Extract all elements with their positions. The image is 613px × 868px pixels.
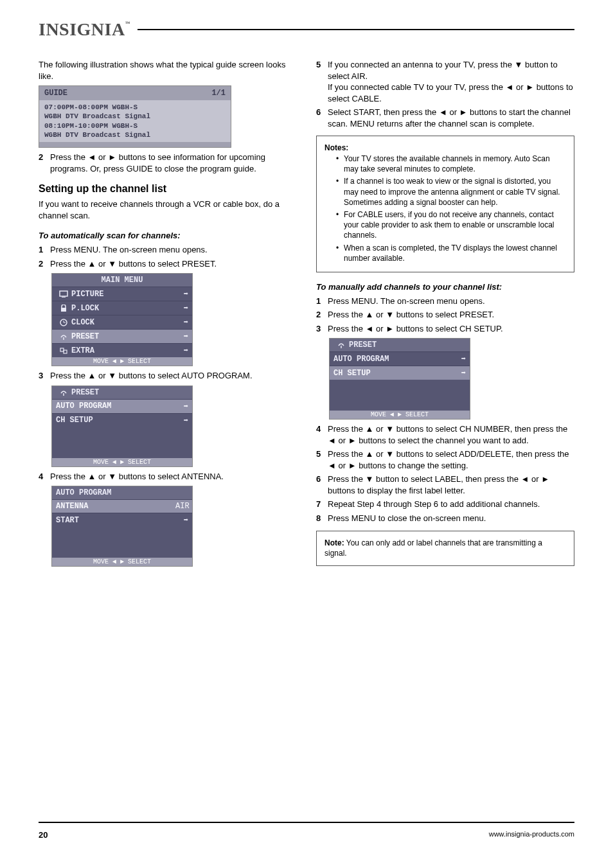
page-number: 20: [39, 830, 48, 840]
step-number: 4: [316, 423, 328, 446]
step-number: 4: [39, 471, 50, 483]
svg-rect-5: [60, 348, 64, 351]
step-text-line: If you connected cable TV to your TV, pr…: [328, 82, 573, 103]
clock-icon: [56, 319, 71, 326]
menu-title: AUTO PROGRAM: [56, 488, 111, 497]
arrow-icon: ➡: [453, 368, 466, 378]
caution-text: If you want to receive channels through …: [39, 199, 297, 221]
notes-label: Notes:: [324, 143, 348, 152]
picture-icon: [56, 290, 71, 298]
step-number: 3: [39, 370, 50, 382]
step-text: Press the ▲ or ▼ buttons to select PRESE…: [50, 258, 297, 270]
intro-text: The following illustration shows what th…: [39, 59, 297, 82]
svg-rect-1: [62, 297, 66, 297]
note-box-single: Note: You can only add or label channels…: [316, 531, 574, 567]
menu-item-label: PICTURE: [71, 290, 175, 299]
menu-title: PRESET: [349, 341, 377, 350]
section-title: Setting up the channel list: [39, 183, 297, 195]
guide-footer-bar: [39, 142, 231, 147]
bullet-icon: •: [336, 243, 344, 263]
menu-title: PRESET: [71, 388, 99, 397]
guide-screenshot: GUIDE 1/1 07:00PM-08:00PM WGBH-S WGBH DT…: [39, 85, 231, 148]
menu-blank-area: [52, 527, 192, 558]
step-text: Select START, then press the ◄ or ► butt…: [328, 107, 574, 129]
note-item: Your TV stores the available channels in…: [344, 154, 566, 174]
lock-icon: [56, 305, 71, 312]
bullet-icon: •: [336, 176, 344, 208]
step-number: 7: [316, 499, 328, 510]
menu-item-label: CH SETUP: [333, 369, 453, 378]
menu-item-label: CH SETUP: [56, 416, 175, 425]
arrow-icon: ➡: [175, 515, 188, 525]
note-label: Note:: [324, 538, 344, 547]
step-text: Press the ◄ or ► buttons to select CH SE…: [328, 323, 574, 335]
guide-line: WGBH DTV Broadcast Signal: [44, 112, 226, 121]
arrow-icon: ➡: [175, 317, 188, 327]
preset-icon: [56, 333, 71, 341]
main-menu-screenshot: MAIN MENU PICTURE➡ P.LOCK➡ CLOCK➡ PRESET…: [51, 273, 193, 366]
logo-text: INSIGNIA: [39, 19, 125, 39]
bullet-icon: •: [336, 154, 344, 174]
auto-scan-heading: To automatically scan for channels:: [39, 230, 297, 242]
step-number: 5: [316, 448, 328, 471]
step-text: Press MENU to close the on-screen menu.: [328, 513, 574, 524]
step-number: 5: [316, 59, 328, 104]
arrow-icon: ➡: [175, 402, 188, 411]
preset-icon: [56, 389, 71, 396]
guide-line: WGBH DTV Broadcast Signal: [44, 130, 226, 139]
preset-icon: [333, 341, 349, 349]
footer-link: www.insignia-products.com: [489, 830, 574, 840]
step-text: If you connected an antenna to your TV, …: [328, 59, 574, 104]
step-number: 6: [316, 474, 328, 496]
menu-footer: MOVE ◄ ► SELECT: [52, 458, 192, 466]
menu-footer: MOVE ◄ ► SELECT: [330, 411, 470, 419]
menu-item-label: AUTO PROGRAM: [333, 355, 453, 364]
arrow-icon: ➡: [175, 346, 188, 355]
bullet-icon: •: [336, 209, 344, 241]
menu-item-label: CLOCK: [71, 318, 175, 327]
menu-footer: MOVE ◄ ► SELECT: [52, 357, 192, 366]
menu-blank-area: [52, 427, 192, 458]
notes-box: Notes: •Your TV stores the available cha…: [316, 136, 574, 272]
menu-item-label: ANTENNA: [56, 502, 175, 511]
extra-icon: [56, 347, 71, 355]
menu-item-label: AUTO PROGRAM: [56, 402, 175, 411]
svg-rect-2: [61, 308, 66, 312]
step-text: Repeat Step 4 through Step 6 to add addi…: [328, 499, 574, 510]
footer-rule: [39, 822, 574, 823]
step-number: 2: [39, 152, 50, 174]
step-number: 6: [316, 107, 328, 129]
note-item: For CABLE users, if you do not receive a…: [344, 209, 566, 241]
step-text-line: If you connected an antenna to your TV, …: [328, 60, 558, 81]
autoprogram-menu-screenshot: AUTO PROGRAM ANTENNAAIR START➡ MOVE ◄ ► …: [51, 486, 193, 567]
header-rule: [138, 29, 574, 30]
manual-add-heading: To manually add channels to your channel…: [316, 281, 574, 293]
step-text: Press MENU. The on-screen menu opens.: [50, 244, 297, 256]
svg-rect-6: [64, 350, 67, 353]
menu-footer: MOVE ◄ ► SELECT: [52, 558, 192, 566]
note-item: If a channel is too weak to view or the …: [344, 176, 566, 208]
step-number: 1: [316, 296, 328, 307]
step-text: Press MENU. The on-screen menu opens.: [328, 296, 574, 307]
preset-menu-screenshot: PRESET AUTO PROGRAM➡ CH SETUP➡ MOVE ◄ ► …: [51, 385, 193, 467]
note-text: You can only add or label channels that …: [324, 538, 542, 558]
left-column: The following illustration shows what th…: [39, 59, 297, 572]
menu-title: MAIN MENU: [102, 276, 143, 285]
right-column: 5 If you connected an antenna to your TV…: [316, 59, 574, 572]
arrow-icon: ➡: [175, 289, 188, 299]
guide-title: GUIDE: [44, 89, 67, 98]
arrow-icon: ➡: [175, 416, 188, 425]
menu-item-label: P.LOCK: [71, 304, 175, 313]
step-number: 3: [316, 323, 328, 335]
svg-rect-0: [60, 291, 67, 296]
step-number: 1: [39, 244, 50, 256]
guide-page: 1/1: [211, 89, 226, 98]
menu-item-label: START: [56, 516, 175, 525]
note-item: When a scan is completed, the TV display…: [344, 243, 566, 263]
step-text: Press the ▼ button to select LABEL, then…: [328, 474, 574, 496]
menu-item-label: EXTRA: [71, 346, 175, 355]
step-text: Press the ▲ or ▼ buttons to select PRESE…: [328, 309, 574, 321]
step-text: Press the ▲ or ▼ buttons to select AUTO …: [50, 370, 297, 382]
arrow-icon: ➡: [453, 354, 466, 364]
preset-menu2-screenshot: PRESET AUTO PROGRAM➡ CH SETUP➡ MOVE ◄ ► …: [329, 338, 470, 420]
